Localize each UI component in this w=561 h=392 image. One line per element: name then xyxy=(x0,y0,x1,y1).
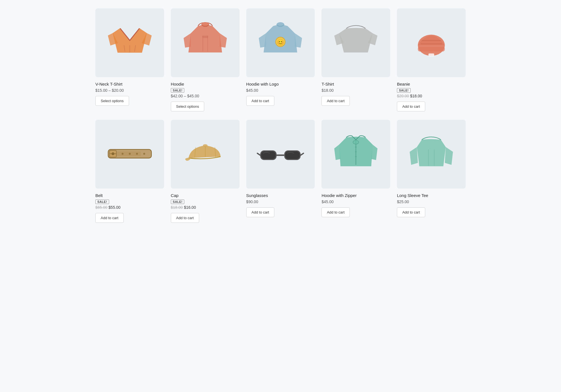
product-image-vneck-tshirt xyxy=(95,8,164,77)
product-card-tshirt: T-Shirt$18.00Add to cart xyxy=(321,8,390,111)
product-card-vneck-tshirt: V-Neck T-Shirt$15.00 – $20.00Select opti… xyxy=(95,8,164,111)
svg-point-22 xyxy=(121,153,123,155)
product-image-belt xyxy=(95,120,164,189)
svg-point-29 xyxy=(203,144,208,147)
sale-badge-hoodie: SALE! xyxy=(171,88,185,93)
sale-badge-belt: SALE! xyxy=(95,200,109,204)
add-to-cart-btn-tshirt[interactable]: Add to cart xyxy=(321,96,350,106)
price-sale-beanie: $18.00 xyxy=(410,94,422,98)
product-name-hoodie: Hoodie xyxy=(171,82,240,86)
product-name-hoodie-logo: Hoodie with Logo xyxy=(246,82,315,86)
product-card-beanie: BeanieSALE!$20.00$18.00Add to cart xyxy=(397,8,466,111)
price-wrap-hoodie-zipper: $45.00 xyxy=(321,200,334,204)
price-wrap-belt: $65.00$55.00 xyxy=(95,205,121,210)
select-options-btn-vneck-tshirt[interactable]: Select options xyxy=(95,96,129,106)
svg-text:😊: 😊 xyxy=(277,39,284,46)
price-wrap-hoodie-logo: $45.00 xyxy=(246,88,258,93)
svg-point-24 xyxy=(136,153,138,155)
svg-rect-6 xyxy=(202,36,208,38)
svg-rect-12 xyxy=(418,47,445,51)
price-wrap-tshirt: $18.00 xyxy=(321,88,334,93)
add-to-cart-btn-belt[interactable]: Add to cart xyxy=(95,213,124,223)
add-to-cart-btn-sunglasses[interactable]: Add to cart xyxy=(246,207,275,217)
product-card-hoodie: HoodieSALE!$42.00 – $45.00Select options xyxy=(171,8,240,111)
sale-badge-beanie: SALE! xyxy=(397,88,411,93)
product-grid: V-Neck T-Shirt$15.00 – $20.00Select opti… xyxy=(95,8,466,223)
svg-point-23 xyxy=(129,153,131,155)
product-card-hoodie-logo: 😊 Hoodie with Logo$45.00Add to cart xyxy=(246,8,315,111)
add-to-cart-btn-cap[interactable]: Add to cart xyxy=(171,213,199,223)
add-to-cart-btn-long-sleeve-tee[interactable]: Add to cart xyxy=(397,207,425,217)
add-to-cart-btn-hoodie-zipper[interactable]: Add to cart xyxy=(321,207,350,217)
product-name-hoodie-zipper: Hoodie with Zipper xyxy=(321,193,390,198)
product-image-beanie xyxy=(397,8,466,77)
product-card-cap: CapSALE!$18.00$16.00Add to cart xyxy=(171,120,240,223)
svg-point-41 xyxy=(353,140,359,144)
price-original-beanie: $20.00 xyxy=(397,94,409,98)
product-image-hoodie-zipper xyxy=(321,120,390,189)
product-image-long-sleeve-tee xyxy=(397,120,466,189)
add-to-cart-btn-hoodie-logo[interactable]: Add to cart xyxy=(246,96,275,106)
product-image-cap xyxy=(171,120,240,189)
svg-line-33 xyxy=(257,153,260,155)
price-original-belt: $65.00 xyxy=(95,205,107,210)
svg-point-25 xyxy=(143,153,145,155)
price-sale-belt: $55.00 xyxy=(109,205,121,210)
product-name-long-sleeve-tee: Long Sleeve Tee xyxy=(397,193,466,198)
product-name-sunglasses: Sunglasses xyxy=(246,193,315,198)
product-name-tshirt: T-Shirt xyxy=(321,82,390,86)
price-wrap-long-sleeve-tee: $25.00 xyxy=(397,200,409,204)
svg-line-34 xyxy=(301,153,304,155)
product-card-sunglasses: Sunglasses$90.00Add to cart xyxy=(246,120,315,223)
product-image-tshirt xyxy=(321,8,390,77)
price-wrap-cap: $18.00$16.00 xyxy=(171,205,196,210)
sale-badge-cap: SALE! xyxy=(171,200,185,204)
product-card-hoodie-zipper: Hoodie with Zipper$45.00Add to cart xyxy=(321,120,390,223)
price-original-cap: $18.00 xyxy=(171,205,183,210)
select-options-btn-hoodie[interactable]: Select options xyxy=(171,102,204,111)
product-card-belt: BeltSALE!$65.00$55.00Add to cart xyxy=(95,120,164,223)
product-image-hoodie-logo: 😊 xyxy=(246,8,315,77)
add-to-cart-btn-beanie[interactable]: Add to cart xyxy=(397,102,425,111)
price-sale-cap: $16.00 xyxy=(184,205,196,210)
product-name-beanie: Beanie xyxy=(397,82,466,86)
product-card-long-sleeve-tee: Long Sleeve Tee$25.00Add to cart xyxy=(397,120,466,223)
product-image-hoodie xyxy=(171,8,240,77)
svg-rect-13 xyxy=(428,53,434,56)
product-name-vneck-tshirt: V-Neck T-Shirt xyxy=(95,82,164,86)
price-wrap-hoodie: $42.00 – $45.00 xyxy=(171,94,199,98)
product-name-belt: Belt xyxy=(95,193,164,198)
price-wrap-sunglasses: $90.00 xyxy=(246,200,258,204)
product-name-cap: Cap xyxy=(171,193,240,198)
product-image-sunglasses xyxy=(246,120,315,189)
price-wrap-vneck-tshirt: $15.00 – $20.00 xyxy=(95,88,124,93)
price-wrap-beanie: $20.00$18.00 xyxy=(397,94,422,98)
